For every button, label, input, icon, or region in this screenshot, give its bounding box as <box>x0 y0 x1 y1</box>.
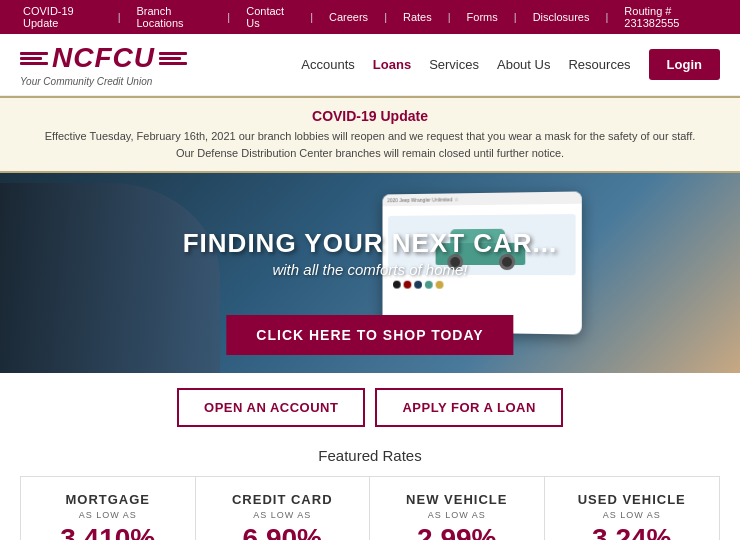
topbar-covid-link[interactable]: COVID-19 Update <box>15 5 110 29</box>
logo[interactable]: NCFCU Your Community Credit Union <box>20 42 187 87</box>
hero-text-block: FINDING YOUR NEXT CAR... with all the co… <box>183 228 558 278</box>
topbar-rates-link[interactable]: Rates <box>395 11 440 23</box>
logo-lines-left <box>20 52 48 65</box>
apply-loan-button[interactable]: APPLY FOR A LOAN <box>375 388 562 427</box>
color-dot-teal[interactable] <box>425 281 433 289</box>
logo-tagline: Your Community Credit Union <box>20 76 187 87</box>
color-dot-red[interactable] <box>404 281 412 289</box>
hero-person-silhouette <box>0 183 220 373</box>
rate-card-0[interactable]: MORTGAGE AS LOW AS 3.410% <box>21 477 196 540</box>
featured-rates-section: Featured Rates MORTGAGE AS LOW AS 3.410%… <box>0 442 740 540</box>
topbar-careers-link[interactable]: Careers <box>321 11 376 23</box>
header: NCFCU Your Community Credit Union Accoun… <box>0 34 740 96</box>
nav-accounts[interactable]: Accounts <box>301 57 354 72</box>
rate-as-low-as-1: AS LOW AS <box>206 510 360 520</box>
nav-about[interactable]: About Us <box>497 57 550 72</box>
featured-rates-title: Featured Rates <box>20 447 720 464</box>
color-dot-navy[interactable] <box>414 281 422 289</box>
rate-label-1: CREDIT CARD <box>206 492 360 507</box>
topbar-contact-link[interactable]: Contact Us <box>238 5 302 29</box>
rate-value-2: 2.99% <box>380 523 534 540</box>
rate-as-low-as-2: AS LOW AS <box>380 510 534 520</box>
alert-bar: COVID-19 Update Effective Tuesday, Febru… <box>0 96 740 173</box>
color-options <box>388 279 575 292</box>
login-button[interactable]: Login <box>649 49 720 80</box>
topbar-disclosures-link[interactable]: Disclosures <box>525 11 598 23</box>
rate-label-0: MORTGAGE <box>31 492 185 507</box>
nav-loans[interactable]: Loans <box>373 57 411 72</box>
alert-title[interactable]: COVID-19 Update <box>40 108 700 124</box>
tablet-header: 2020 Jeep Wrangler Unlimited ☆ <box>383 191 582 206</box>
topbar-routing: Routing # 231382555 <box>616 5 725 29</box>
rate-as-low-as-3: AS LOW AS <box>555 510 710 520</box>
hero-subline: with all the comforts of home! <box>183 261 558 278</box>
rate-card-3[interactable]: USED VEHICLE AS LOW AS 3.24% <box>545 477 720 540</box>
hero-cta-area: CLICK HERE TO SHOP TODAY <box>226 315 513 355</box>
action-buttons-section: OPEN AN ACCOUNT APPLY FOR A LOAN <box>0 373 740 442</box>
topbar-branch-link[interactable]: Branch Locations <box>128 5 219 29</box>
open-account-button[interactable]: OPEN AN ACCOUNT <box>177 388 365 427</box>
rate-value-0: 3.410% <box>31 523 185 540</box>
top-bar: COVID-19 Update | Branch Locations | Con… <box>0 0 740 34</box>
topbar-forms-link[interactable]: Forms <box>459 11 506 23</box>
color-dot-black[interactable] <box>393 281 401 289</box>
rate-value-3: 3.24% <box>555 523 710 540</box>
alert-line2: Our Defense Distribution Center branches… <box>40 145 700 162</box>
rate-card-1[interactable]: CREDIT CARD AS LOW AS 6.90% <box>196 477 371 540</box>
alert-line1: Effective Tuesday, February 16th, 2021 o… <box>40 128 700 145</box>
navigation: Accounts Loans Services About Us Resourc… <box>301 49 720 80</box>
logo-lines-right <box>159 52 187 65</box>
hero-headline: FINDING YOUR NEXT CAR... <box>183 228 558 259</box>
hero-section: 2020 Jeep Wrangler Unlimited ☆ FINDING Y… <box>0 173 740 373</box>
rate-card-2[interactable]: NEW VEHICLE AS LOW AS 2.99% <box>370 477 545 540</box>
logo-text: NCFCU <box>52 42 155 74</box>
rates-grid: MORTGAGE AS LOW AS 3.410% CREDIT CARD AS… <box>20 476 720 540</box>
nav-resources[interactable]: Resources <box>568 57 630 72</box>
rate-label-2: NEW VEHICLE <box>380 492 534 507</box>
color-dot-gold[interactable] <box>436 281 444 289</box>
rate-label-3: USED VEHICLE <box>555 492 710 507</box>
hero-cta-button[interactable]: CLICK HERE TO SHOP TODAY <box>226 315 513 355</box>
nav-services[interactable]: Services <box>429 57 479 72</box>
rate-as-low-as-0: AS LOW AS <box>31 510 185 520</box>
rate-value-1: 6.90% <box>206 523 360 540</box>
